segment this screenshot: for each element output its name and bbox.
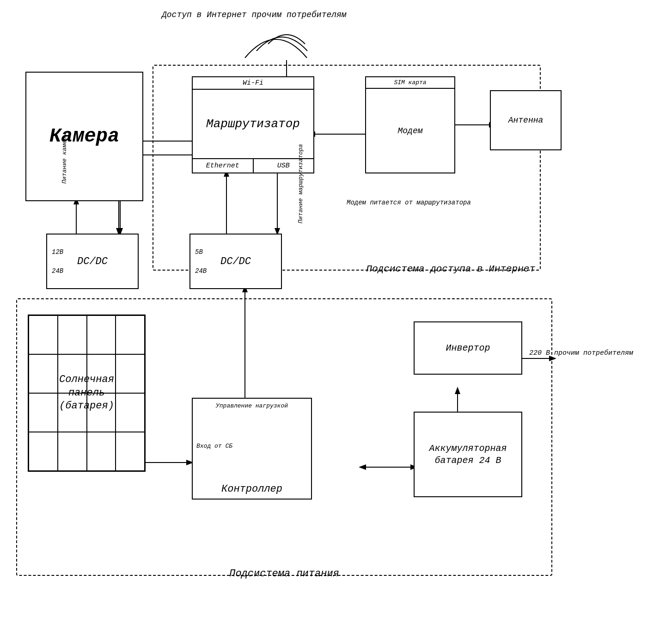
router-usb-label: USB <box>254 159 314 173</box>
battery-label: Аккумуляторная батарея 24 В <box>415 443 521 467</box>
controller-box: Управление нагрузкой Вход от СБ Контролл… <box>192 398 312 500</box>
controller-top-label: Управление нагрузкой <box>196 402 307 409</box>
router-ethernet-label: Ethernet <box>193 159 254 173</box>
dcdc12-top: 12В <box>52 248 63 256</box>
inverter-label: Инвертор <box>446 343 490 353</box>
modem-label: Модем <box>397 126 422 136</box>
battery-box: Аккумуляторная батарея 24 В <box>414 412 522 497</box>
camera-label: Камера <box>49 126 119 147</box>
diagram: Доступ в Интернет прочим потребителям По… <box>0 0 672 617</box>
router-sub-row: Ethernet USB <box>193 158 313 173</box>
dcdc12-bottom: 24В <box>52 267 63 275</box>
inverter-box: Инвертор <box>414 321 522 375</box>
dcdc12-box: 12В DC/DC 24В <box>46 234 139 289</box>
solar-box: Солнечнаяпанель(батарея) <box>28 315 146 472</box>
router-box: Wi-Fi Маршрутизатор Ethernet USB <box>192 76 314 173</box>
controller-left-label: Вход от СБ <box>196 443 232 450</box>
power-subsystem-label: Подсистема питания <box>229 568 339 580</box>
camera-box: Камера <box>25 72 143 201</box>
dcdc5-main: DC/DC <box>220 256 251 267</box>
dcdc5-box: 5В DC/DC 24В <box>189 234 282 289</box>
router-wifi-label: Wi-Fi <box>193 77 313 90</box>
internet-access-label: Доступ в Интернет прочим потребителям <box>162 10 347 19</box>
outlet-220-label: 220 В прочим потребителям <box>529 349 633 357</box>
solar-grid <box>29 315 145 471</box>
sim-label: SIM карта <box>366 77 454 89</box>
dcdc5-top: 5В <box>195 248 203 256</box>
dcdc5-bottom: 24В <box>195 267 207 275</box>
router-main-label: Маршрутизатор <box>206 117 300 131</box>
antenna-box: Антенна <box>490 90 562 150</box>
dcdc12-main: DC/DC <box>77 256 108 267</box>
camera-power-label: Питание камеры <box>61 133 68 184</box>
antenna-label: Антенна <box>508 116 544 125</box>
modem-powered-label: Модем питается от маршрутизатора <box>347 199 471 206</box>
controller-main-label: Контроллер <box>196 483 307 495</box>
internet-subsystem-label: Подсистема доступа в Интернет <box>367 264 535 274</box>
router-power-label: Питание маршрутизатора <box>298 144 304 223</box>
modem-outer-box: SIM карта Модем <box>365 76 455 173</box>
